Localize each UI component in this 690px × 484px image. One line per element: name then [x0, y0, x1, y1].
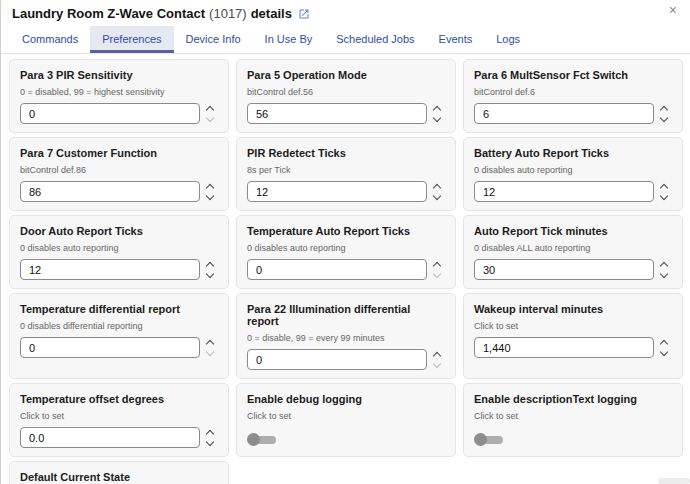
- spinner-up-icon[interactable]: [206, 429, 214, 437]
- spinner-up-icon[interactable]: [206, 183, 214, 191]
- close-icon[interactable]: ×: [669, 3, 677, 17]
- pref-subtitle: bitControl def.86: [20, 165, 218, 175]
- battery-auto-report-ticks-input[interactable]: [474, 181, 654, 202]
- spinner-down-icon[interactable]: [433, 191, 441, 199]
- pref-subtitle: 0 disables differential reporting: [20, 321, 218, 331]
- pref-title: Enable debug logging: [247, 393, 445, 405]
- pref-title: Para 6 MultSensor Fct Switch: [474, 69, 672, 81]
- pref-card-door-auto-report-ticks: Door Auto Report Ticks 0 disables auto r…: [9, 215, 229, 289]
- pref-subtitle: 0 disables auto reporting: [474, 165, 672, 175]
- spinner-down-icon[interactable]: [433, 113, 441, 121]
- descriptiontext-logging-toggle[interactable]: [474, 433, 504, 447]
- tab-commands[interactable]: Commands: [10, 26, 90, 53]
- pref-card-temperature-auto-report-ticks: Temperature Auto Report Ticks 0 disables…: [236, 215, 456, 289]
- pref-subtitle: 0 = disable, 99 = every 99 minutes: [247, 333, 445, 343]
- spinner-down-icon[interactable]: [433, 269, 441, 277]
- spinner-up-icon[interactable]: [433, 261, 441, 269]
- spinner-up-icon[interactable]: [433, 183, 441, 191]
- pref-subtitle: 0 disables auto reporting: [247, 243, 445, 253]
- spinner-up-icon[interactable]: [206, 339, 214, 347]
- pref-subtitle: Click to set: [20, 411, 218, 421]
- spinner-down-icon[interactable]: [206, 269, 214, 277]
- pref-title: Temperature Auto Report Ticks: [247, 225, 445, 237]
- spinner-down-icon[interactable]: [660, 269, 668, 277]
- number-spinner: [661, 341, 667, 355]
- tab-preferences[interactable]: Preferences: [90, 26, 173, 53]
- pref-subtitle: Click to set: [474, 411, 672, 421]
- temperature-auto-report-ticks-input[interactable]: [247, 259, 427, 280]
- spinner-down-icon[interactable]: [206, 437, 214, 445]
- pref-title: Para 22 Illumination differential report: [247, 303, 445, 327]
- pref-card-para22-illumination-differential: Para 22 Illumination differential report…: [236, 293, 456, 379]
- pref-card-temperature-differential-report: Temperature differential report 0 disabl…: [9, 293, 229, 379]
- spinner-up-icon[interactable]: [206, 105, 214, 113]
- number-spinner: [434, 353, 440, 367]
- spinner-up-icon[interactable]: [206, 261, 214, 269]
- pref-card-pir-redetect-ticks: PIR Redetect Ticks 8s per Tick: [236, 137, 456, 211]
- spinner-down-icon[interactable]: [206, 113, 214, 121]
- para7-customer-function-input[interactable]: [20, 181, 200, 202]
- wakeup-interval-minutes-input[interactable]: [474, 337, 654, 358]
- number-spinner: [434, 107, 440, 121]
- number-spinner: [661, 107, 667, 121]
- pref-subtitle: 0 disables ALL auto reporting: [474, 243, 672, 253]
- auto-report-tick-minutes-input[interactable]: [474, 259, 654, 280]
- pref-title: Auto Report Tick minutes: [474, 225, 672, 237]
- pref-title: Enable descriptionText logging: [474, 393, 672, 405]
- spinner-up-icon[interactable]: [433, 351, 441, 359]
- pref-card-wakeup-interval-minutes: Wakeup interval minutes Click to set: [463, 293, 683, 379]
- pref-card-default-current-state: Default Current State Select the default…: [9, 461, 229, 484]
- pref-subtitle: bitControl def.56: [247, 87, 445, 97]
- number-spinner: [661, 185, 667, 199]
- para22-illumination-differential-input[interactable]: [247, 349, 427, 370]
- tab-events[interactable]: Events: [427, 26, 485, 53]
- pref-card-para6-multsensor-fct-switch: Para 6 MultSensor Fct Switch bitControl …: [463, 59, 683, 133]
- temperature-offset-degrees-input[interactable]: [20, 427, 200, 448]
- pref-title: Para 5 Operation Mode: [247, 69, 445, 81]
- para5-operation-mode-input[interactable]: [247, 103, 427, 124]
- number-spinner: [207, 107, 213, 121]
- pref-title: Temperature offset degrees: [20, 393, 218, 405]
- spinner-down-icon[interactable]: [660, 191, 668, 199]
- temperature-differential-report-input[interactable]: [20, 337, 200, 358]
- spinner-up-icon[interactable]: [660, 105, 668, 113]
- preferences-grid: Para 3 PIR Sensitivity 0 = disabled, 99 …: [1, 54, 690, 484]
- pref-title: Temperature differential report: [20, 303, 218, 315]
- open-in-new-icon[interactable]: [298, 8, 310, 20]
- scrollbar-thumb[interactable]: [658, 478, 690, 484]
- spinner-up-icon[interactable]: [433, 105, 441, 113]
- spinner-down-icon[interactable]: [206, 191, 214, 199]
- tab-logs[interactable]: Logs: [484, 26, 532, 53]
- door-auto-report-ticks-input[interactable]: [20, 259, 200, 280]
- tab-scheduled-jobs[interactable]: Scheduled Jobs: [324, 26, 426, 53]
- pref-title: Wakeup interval minutes: [474, 303, 672, 315]
- toggle-knob: [474, 433, 487, 446]
- pref-card-para3-pir-sensitivity: Para 3 PIR Sensitivity 0 = disabled, 99 …: [9, 59, 229, 133]
- pref-subtitle: 0 disables auto reporting: [20, 243, 218, 253]
- pref-subtitle: 8s per Tick: [247, 165, 445, 175]
- title-suffix: details: [251, 6, 292, 21]
- pref-subtitle: 0 = disabled, 99 = highest sensitivity: [20, 87, 218, 97]
- pref-subtitle: bitControl def.6: [474, 87, 672, 97]
- dialog-header: Laundry Room Z-Wave Contact (1017) detai…: [1, 0, 690, 22]
- spinner-down-icon[interactable]: [433, 359, 441, 367]
- spinner-down-icon[interactable]: [660, 113, 668, 121]
- spinner-up-icon[interactable]: [660, 339, 668, 347]
- number-spinner: [434, 185, 440, 199]
- para3-pir-sensitivity-input[interactable]: [20, 103, 200, 124]
- pref-title: Default Current State: [20, 471, 218, 483]
- pir-redetect-ticks-input[interactable]: [247, 181, 427, 202]
- para6-multsensor-input[interactable]: [474, 103, 654, 124]
- toggle-knob: [247, 433, 260, 446]
- tab-device-info[interactable]: Device Info: [174, 26, 253, 53]
- spinner-down-icon[interactable]: [660, 347, 668, 355]
- spinner-up-icon[interactable]: [660, 183, 668, 191]
- pref-subtitle: Click to set: [474, 321, 672, 331]
- number-spinner: [434, 263, 440, 277]
- tab-in-use-by[interactable]: In Use By: [253, 26, 325, 53]
- spinner-up-icon[interactable]: [660, 261, 668, 269]
- number-spinner: [207, 431, 213, 445]
- debug-logging-toggle[interactable]: [247, 433, 277, 447]
- pref-title: Para 3 PIR Sensitivity: [20, 69, 218, 81]
- spinner-down-icon[interactable]: [206, 347, 214, 355]
